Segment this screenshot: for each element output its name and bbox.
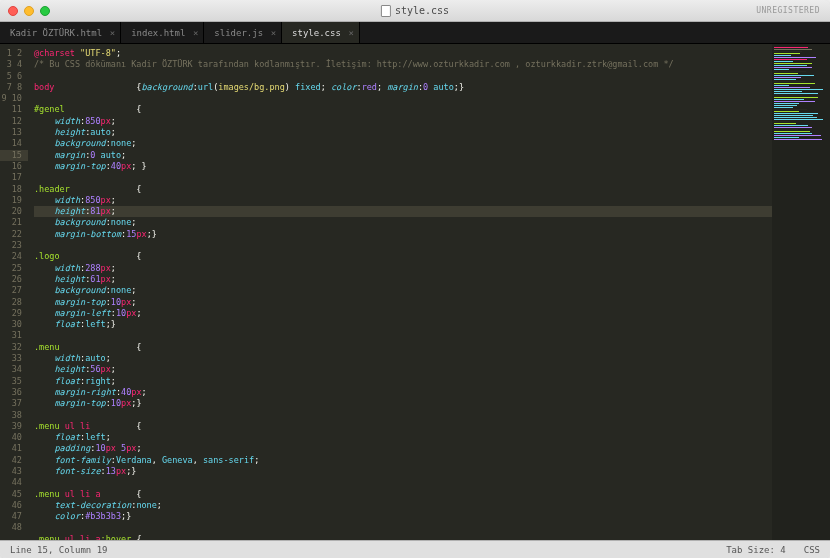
minimap-line [774, 87, 810, 88]
minimap-line [774, 107, 793, 108]
minimap-line [774, 131, 810, 132]
titlebar[interactable]: style.css UNREGISTERED [0, 0, 830, 22]
tab-index-html[interactable]: index.html× [121, 22, 204, 43]
minimap-line [774, 69, 789, 70]
minimap-line [774, 55, 791, 56]
minimap-line [774, 127, 812, 128]
minimap-line [774, 95, 802, 96]
minimize-icon[interactable] [24, 6, 34, 16]
minimap-line [774, 113, 818, 114]
tab-label: style.css [292, 28, 341, 38]
cursor-position[interactable]: Line 15, Column 19 [10, 545, 108, 555]
tab-label: index.html [131, 28, 185, 38]
minimap-line [774, 111, 799, 112]
zoom-icon[interactable] [40, 6, 50, 16]
minimap-line [774, 61, 793, 62]
minimap-line [774, 105, 797, 106]
minimap-line [774, 129, 798, 130]
unregistered-badge: UNREGISTERED [756, 6, 820, 15]
minimap-line [774, 71, 806, 72]
minimap-line [774, 51, 802, 52]
status-right: Tab Size: 4 CSS [726, 545, 820, 555]
minimap-line [774, 81, 805, 82]
minimap-line [774, 97, 818, 98]
tab-label: Kadir ÖZTÜRK.html [10, 28, 102, 38]
code-area[interactable]: @charset "UTF-8"; /* Bu CSS dökümanı Kad… [28, 44, 772, 540]
minimap-line [774, 103, 799, 104]
minimap-line [774, 101, 815, 102]
minimap-line [774, 121, 790, 122]
tabbar: Kadir ÖZTÜRK.html×index.html×slider.js×s… [0, 22, 830, 44]
editor-window: style.css UNREGISTERED Kadir ÖZTÜRK.html… [0, 0, 830, 558]
minimap[interactable] [772, 44, 830, 540]
close-icon[interactable]: × [193, 28, 198, 38]
minimap-line [774, 109, 807, 110]
minimap-line [774, 85, 789, 86]
minimap-line [774, 83, 815, 84]
window-title: style.css [381, 5, 449, 17]
minimap-line [774, 133, 812, 134]
file-icon [381, 5, 391, 17]
tab-size[interactable]: Tab Size: 4 [726, 545, 786, 555]
minimap-line [774, 59, 807, 60]
close-icon[interactable]: × [271, 28, 276, 38]
tab-slider-js[interactable]: slider.js× [204, 22, 282, 43]
minimap-line [774, 137, 799, 138]
minimap-line [774, 79, 796, 80]
minimap-line [774, 67, 812, 68]
close-icon[interactable] [8, 6, 18, 16]
minimap-line [774, 125, 808, 126]
minimap-line [774, 139, 822, 140]
minimap-line [774, 123, 796, 124]
minimap-line [774, 91, 802, 92]
traffic-lights [8, 6, 50, 16]
minimap-line [774, 115, 813, 116]
close-icon[interactable]: × [348, 28, 353, 38]
minimap-line [774, 47, 808, 48]
minimap-line [774, 117, 817, 118]
syntax-mode[interactable]: CSS [804, 545, 820, 555]
minimap-line [774, 77, 801, 78]
tab-kadir-zt-rk-html[interactable]: Kadir ÖZTÜRK.html× [0, 22, 121, 43]
minimap-line [774, 89, 823, 90]
minimap-line [774, 119, 823, 120]
minimap-line [774, 75, 814, 76]
editor-area: 1 2 3 4 5 6 7 8 9 10 11 12 13 14 15 16 1… [0, 44, 830, 540]
minimap-line [774, 73, 798, 74]
title-text: style.css [395, 5, 449, 16]
minimap-line [774, 93, 818, 94]
line-gutter[interactable]: 1 2 3 4 5 6 7 8 9 10 11 12 13 14 15 16 1… [0, 44, 28, 540]
minimap-line [774, 49, 812, 50]
minimap-line [774, 63, 812, 64]
minimap-line [774, 65, 807, 66]
minimap-line [774, 135, 821, 136]
minimap-line [774, 99, 804, 100]
statusbar: Line 15, Column 19 Tab Size: 4 CSS [0, 540, 830, 558]
tab-label: slider.js [214, 28, 263, 38]
minimap-line [774, 57, 816, 58]
close-icon[interactable]: × [110, 28, 115, 38]
minimap-line [774, 53, 800, 54]
tab-style-css[interactable]: style.css× [282, 22, 360, 43]
